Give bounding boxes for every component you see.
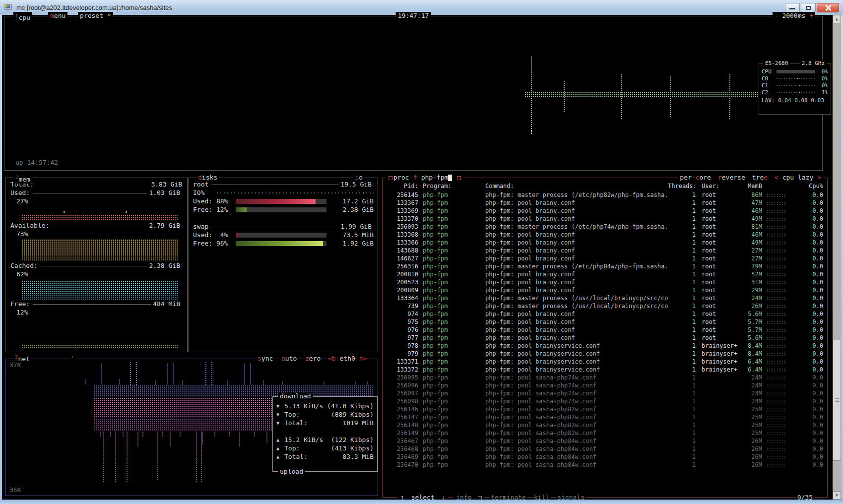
upload-spike	[239, 431, 241, 447]
upload-spike	[162, 431, 164, 437]
process-row[interactable]: 133370php-fpmphp-fpm: pool brainy.conf1r…	[383, 215, 827, 223]
filter-input[interactable]: f php-fpm	[411, 174, 464, 182]
upload-spike	[126, 431, 129, 482]
disk-swap-used: Used: 4% 73.5 MiB	[193, 231, 374, 239]
process-row[interactable]: 256148php-fpmphp-fpm: pool sasha-php82w.…	[383, 421, 827, 429]
download-spike	[354, 381, 357, 385]
download-total: ▼Total:1019 MiB	[273, 419, 377, 427]
per-core-toggle[interactable]: per-core	[680, 174, 711, 182]
download-spike	[85, 379, 87, 385]
upload-box-label: upload	[278, 468, 305, 476]
process-row[interactable]: 256098php-fpmphp-fpm: pool sasha-php74w.…	[383, 397, 827, 405]
process-row[interactable]: 256469php-fpmphp-fpm: pool sasha-php84w.…	[383, 453, 827, 461]
net-stats-box: download ▼5.13 KiB/s(41.0 Kibps) ▼Top:(8…	[272, 396, 378, 472]
download-spike	[323, 381, 325, 385]
sort-next-button[interactable]: >	[817, 174, 821, 181]
process-row[interactable]: 143688php-fpmphp-fpm: pool brainy.conf1r…	[383, 247, 827, 254]
sort-selector: < cpu lazy >	[775, 174, 821, 182]
process-row[interactable]: 256468php-fpmphp-fpm: pool sasha-php84w.…	[383, 445, 827, 453]
download-spike	[244, 363, 246, 385]
mem-available-percent: 73%	[10, 230, 182, 238]
process-row[interactable]: 976php-fpmphp-fpm: pool brainy.conf1root…	[383, 326, 827, 334]
process-row[interactable]: 256145php-fpmphp-fpm: master process (/e…	[383, 191, 827, 199]
process-row[interactable]: 256096php-fpmphp-fpm: pool sasha-php74w.…	[383, 381, 827, 389]
net-panel: 3net ' sync auto zero <b eth0 n> 37K 35K…	[5, 359, 378, 496]
upload-spike	[169, 431, 172, 447]
cpu-freq: 2.8 GHz	[800, 60, 827, 67]
disk-swap-free: Free: 96% 1.92 GiB	[193, 239, 374, 248]
process-row[interactable]: 133372php-fpmphp-fpm: pool brainyservice…	[383, 366, 827, 374]
mem-panel-title: 2mem	[13, 174, 32, 184]
upload-spike	[214, 431, 216, 437]
maximize-button[interactable]	[801, 3, 816, 12]
cpu-graph-spike	[530, 56, 533, 60]
scrollbar-thumb[interactable]	[833, 340, 841, 461]
upload-spike	[195, 431, 198, 482]
cpu-total-meter: CPU 0%	[759, 68, 831, 75]
process-row[interactable]: 979php-fpmphp-fpm: pool brainyservice.co…	[383, 350, 827, 358]
down-arrow-icon: ▼	[276, 402, 284, 410]
proc-panel: proc f php-fpm per-core reverse tree < c…	[382, 178, 828, 498]
process-row[interactable]: 256097php-fpmphp-fpm: pool sasha-php74w.…	[383, 389, 827, 397]
cpu-graph-spike	[530, 60, 533, 132]
disk-root-free: Free: 12% 2.38 GiB	[193, 205, 374, 214]
process-row[interactable]: 974php-fpmphp-fpm: pool brainy.conf1root…	[383, 310, 827, 318]
process-row[interactable]: 256467php-fpmphp-fpm: pool sasha-php84w.…	[383, 437, 827, 445]
box-toggle-icon[interactable]	[389, 176, 392, 180]
process-row[interactable]: 133364php-fpmphp-fpm: master process (/u…	[383, 294, 827, 302]
process-row[interactable]: 133367php-fpmphp-fpm: pool brainy.conf1r…	[383, 199, 827, 207]
process-row[interactable]: 256316php-fpmphp-fpm: master process (/e…	[383, 262, 827, 270]
filter-clear-icon[interactable]	[457, 176, 461, 180]
process-row[interactable]: 256093php-fpmphp-fpm: master process (/e…	[383, 223, 827, 231]
process-row[interactable]: 256147php-fpmphp-fpm: pool sasha-php82w.…	[383, 413, 827, 421]
upload-spike	[201, 431, 204, 445]
disk-root-io: IO%	[193, 189, 374, 197]
cpu-graph-spike	[669, 76, 672, 117]
mem-panel: 2mem Total:3.83 GiB Used:1.03 GiB 27% Av…	[5, 178, 188, 352]
process-row[interactable]: 200810php-fpmphp-fpm: pool brainy.conf1r…	[383, 270, 827, 278]
down-arrow-icon: ▼	[276, 410, 284, 419]
process-row[interactable]: 739php-fpmphp-fpm: master process (/usr/…	[383, 302, 827, 310]
sort-prev-button[interactable]: <	[775, 174, 778, 181]
mem-used-percent: 27%	[10, 197, 182, 205]
scroll-down-icon[interactable]: ▼	[833, 491, 841, 500]
minimize-icon	[789, 8, 795, 9]
io-toggle[interactable]: io	[353, 174, 365, 182]
root-free-bar	[236, 207, 326, 212]
process-row[interactable]: 133368php-fpmphp-fpm: pool brainy.conf1r…	[383, 231, 827, 239]
upload-spike	[179, 431, 182, 437]
process-row[interactable]: 256149php-fpmphp-fpm: pool sasha-php82w.…	[383, 429, 827, 437]
process-row[interactable]: 975php-fpmphp-fpm: pool brainy.conf1root…	[383, 318, 827, 326]
download-spike	[119, 379, 121, 385]
process-row[interactable]: 256146php-fpmphp-fpm: pool sasha-php82w.…	[383, 405, 827, 413]
download-spike	[367, 381, 369, 385]
process-row[interactable]: 200809php-fpmphp-fpm: pool brainy.conf1r…	[383, 286, 827, 294]
process-row[interactable]: 256095php-fpmphp-fpm: pool sasha-php74w.…	[383, 374, 827, 381]
scroll-up-icon[interactable]: ▲	[833, 15, 841, 23]
process-row[interactable]: 200523php-fpmphp-fpm: pool brainy.conf1r…	[383, 278, 827, 286]
up-arrow-icon: ▲	[276, 444, 284, 452]
tree-toggle[interactable]: tree	[752, 174, 768, 182]
mem-total-row: Total:3.83 GiB	[10, 180, 182, 189]
window-title: mc [root@a202.itdeveloper.com.ua]:/home/…	[16, 4, 172, 11]
io-activity-meter	[217, 190, 374, 195]
download-spike	[211, 362, 213, 385]
app-window: mc [root@a202.itdeveloper.com.ua]:/home/…	[0, 0, 843, 504]
process-row[interactable]: 977php-fpmphp-fpm: pool brainy.conf1root…	[383, 334, 827, 342]
process-row[interactable]: 133366php-fpmphp-fpm: pool brainy.conf1r…	[383, 239, 827, 247]
upload-spike	[229, 431, 231, 437]
process-row[interactable]: 978php-fpmphp-fpm: pool brainyservice.co…	[383, 342, 827, 350]
up-arrow-icon: ▲	[276, 436, 284, 444]
minimize-button[interactable]	[785, 3, 800, 12]
down-arrow-icon: ▼	[276, 419, 284, 427]
process-row[interactable]: 133369php-fpmphp-fpm: pool brainy.conf1r…	[383, 207, 827, 215]
window-scrollbar[interactable]: ▲ ▼	[833, 15, 841, 500]
mem-free-percent: 12%	[10, 308, 182, 316]
close-button[interactable]	[817, 3, 839, 12]
upload-total: ▲Total:83.3 MiB	[273, 452, 377, 461]
process-row[interactable]: 146627php-fpmphp-fpm: pool brainy.conf1r…	[383, 254, 827, 262]
up-arrow-icon: ▲	[276, 452, 284, 461]
reverse-toggle[interactable]: reverse	[718, 174, 745, 182]
process-row[interactable]: 133371php-fpmphp-fpm: pool brainyservice…	[383, 358, 827, 366]
process-row[interactable]: 256470php-fpmphp-fpm: pool sasha-php84w.…	[383, 461, 827, 469]
